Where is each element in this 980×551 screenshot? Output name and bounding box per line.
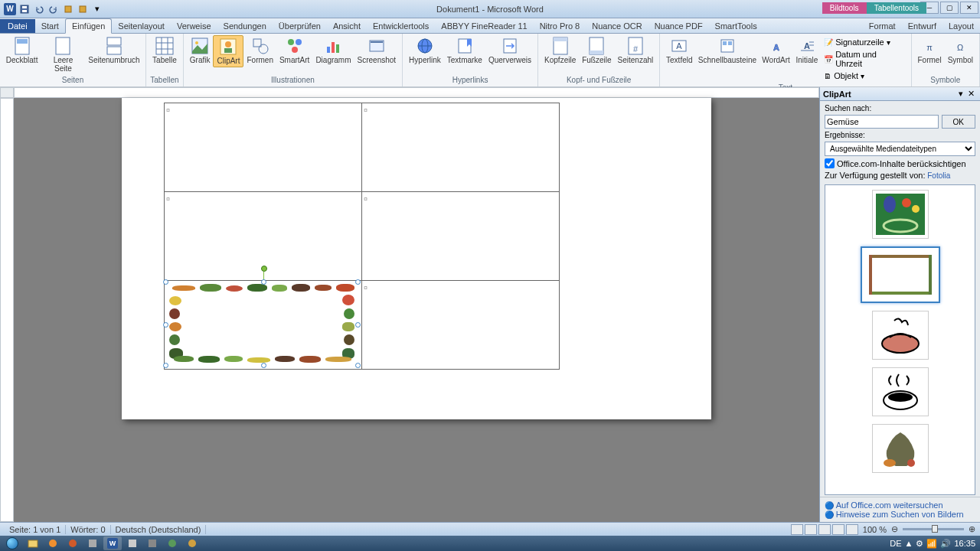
tab-sendungen[interactable]: Sendungen — [217, 19, 273, 33]
status-words[interactable]: Wörter: 0 — [66, 525, 110, 534]
pagebreak-button[interactable]: Seitenumbruch — [86, 35, 142, 66]
tab-nuance-ocr[interactable]: Nuance OCR — [586, 19, 648, 33]
horizontal-ruler[interactable] — [14, 87, 819, 98]
tab-verweise[interactable]: Verweise — [171, 19, 217, 33]
tab-smarttools[interactable]: SmartTools — [709, 19, 763, 33]
office-com-link[interactable]: 🔵 Auf Office.com weitersuchen — [825, 500, 975, 510]
screenshot-button[interactable]: Screenshot — [354, 35, 400, 66]
tab-layout[interactable]: Layout — [942, 19, 980, 33]
resize-handle[interactable] — [163, 322, 168, 328]
coverpage-button[interactable]: Deckblatt — [3, 35, 41, 66]
wordart-button[interactable]: AWordArt — [760, 35, 793, 66]
view-web-button[interactable] — [818, 524, 831, 535]
datetime-button[interactable]: 📅 Datum und Uhrzeit — [822, 49, 906, 69]
tab-abbyy[interactable]: ABBYY FineReader 11 — [435, 19, 533, 33]
task-app3-icon[interactable] — [83, 536, 102, 550]
page[interactable]: ¤¤ ¤¤ — [122, 98, 711, 419]
textbox-button[interactable]: ATextfeld — [663, 35, 695, 66]
vertical-ruler[interactable] — [0, 98, 14, 522]
clipart-result-4[interactable] — [872, 367, 929, 416]
chart-button[interactable]: Diagramm — [312, 35, 354, 66]
tab-nitro[interactable]: Nitro Pro 8 — [534, 19, 586, 33]
tab-einfuegen[interactable]: Einfügen — [65, 18, 112, 34]
tray-icon1[interactable]: ⚙ — [916, 539, 923, 549]
status-page[interactable]: Seite: 1 von 1 — [5, 525, 66, 534]
crossref-button[interactable]: Querverweis — [485, 35, 534, 66]
tab-ueberpruefen[interactable]: Überprüfen — [273, 19, 327, 33]
clipart-search-input[interactable] — [825, 115, 939, 129]
mediatype-select[interactable]: Ausgewählte Mediendateitypen — [825, 142, 975, 156]
task-app-icon[interactable] — [44, 536, 62, 550]
task-app7-icon[interactable] — [183, 536, 201, 550]
view-outline-button[interactable] — [832, 524, 844, 535]
zoom-out-button[interactable]: ⊖ — [891, 524, 898, 534]
resize-handle[interactable] — [163, 363, 168, 368]
resize-handle[interactable] — [355, 363, 361, 368]
clipart-results[interactable] — [825, 184, 975, 495]
task-explorer-icon[interactable] — [24, 536, 42, 550]
tray-flag-icon[interactable]: ▲ — [905, 539, 913, 548]
tab-entwickler[interactable]: Entwicklertools — [367, 19, 435, 33]
tray-volume-icon[interactable]: 🔊 — [940, 539, 951, 549]
smartart-button[interactable]: SmartArt — [276, 35, 312, 66]
table-button[interactable]: Tabelle — [149, 35, 180, 66]
clipart-result-1[interactable] — [872, 190, 929, 239]
hyperlink-button[interactable]: Hyperlink — [406, 35, 444, 66]
clipart-result-5[interactable] — [872, 424, 929, 473]
task-word-icon[interactable]: W — [103, 536, 122, 550]
footer-button[interactable]: Fußzeile — [579, 35, 614, 66]
resize-handle[interactable] — [355, 322, 361, 328]
zoom-slider[interactable] — [903, 528, 964, 530]
app-icon[interactable]: W — [3, 2, 17, 16]
tab-format[interactable]: Format — [863, 19, 902, 33]
dropcap-button[interactable]: AInitiale — [793, 35, 822, 66]
tab-ansicht[interactable]: Ansicht — [327, 19, 367, 33]
close-button[interactable]: ✕ — [960, 2, 978, 14]
fotolia-link[interactable]: Fotolia — [927, 171, 950, 180]
header-button[interactable]: Kopfzeile — [541, 35, 579, 66]
task-app6-icon[interactable] — [163, 536, 181, 550]
view-draft-button[interactable] — [846, 524, 858, 535]
clipart-ok-button[interactable]: OK — [942, 115, 975, 129]
picture-button[interactable]: Grafik — [187, 35, 214, 66]
resize-handle[interactable] — [261, 363, 266, 368]
clipart-button[interactable]: ClipArt — [213, 35, 243, 67]
pane-close-icon[interactable]: ✕ — [965, 89, 977, 99]
tab-start[interactable]: Start — [35, 19, 65, 33]
selected-clipart-image[interactable] — [165, 281, 359, 367]
tab-entwurf[interactable]: Entwurf — [902, 19, 942, 33]
view-fullscreen-button[interactable] — [805, 524, 817, 535]
start-button[interactable] — [2, 536, 23, 551]
tab-nuance-pdf[interactable]: Nuance PDF — [648, 19, 709, 33]
document-table[interactable]: ¤¤ ¤¤ — [164, 103, 560, 370]
task-app2-icon[interactable] — [64, 536, 82, 550]
document-area[interactable]: ¤¤ ¤¤ — [14, 87, 819, 522]
resize-handle[interactable] — [355, 279, 361, 285]
zoom-in-button[interactable]: ⊕ — [969, 524, 975, 534]
tray-time[interactable]: 16:35 — [954, 539, 975, 548]
undo-icon[interactable] — [32, 2, 46, 16]
symbol-button[interactable]: ΩSymbol — [945, 35, 976, 66]
rotate-handle-icon[interactable] — [261, 266, 267, 272]
redo-icon[interactable] — [47, 2, 60, 16]
view-printlayout-button[interactable] — [791, 524, 803, 535]
search-hints-link[interactable]: 🔵 Hinweise zum Suchen von Bildern — [825, 510, 975, 519]
shapes-button[interactable]: Formen — [243, 35, 276, 66]
bookmark-button[interactable]: Textmarke — [444, 35, 485, 66]
resize-handle[interactable] — [261, 279, 266, 285]
maximize-button[interactable]: ▢ — [940, 2, 959, 14]
clipart-result-2-selected[interactable] — [861, 246, 940, 303]
task-app4-icon[interactable] — [123, 536, 142, 550]
qa-extra2-icon[interactable] — [76, 2, 90, 16]
signature-line-button[interactable]: 📝 Signaturzeile ▾ — [822, 37, 906, 47]
save-icon[interactable] — [18, 2, 31, 16]
file-tab[interactable]: Datei — [0, 19, 35, 33]
include-office-checkbox[interactable]: Office.com-Inhalte berücksichtigen — [825, 158, 975, 168]
tray-network-icon[interactable]: 📶 — [926, 539, 937, 549]
qa-more-icon[interactable]: ▾ — [90, 2, 104, 16]
status-lang[interactable]: Deutsch (Deutschland) — [111, 525, 207, 534]
zoom-label[interactable]: 100 % — [863, 525, 887, 534]
tab-seitenlayout[interactable]: Seitenlayout — [112, 19, 171, 33]
tray-lang[interactable]: DE — [890, 539, 901, 548]
blankpage-button[interactable]: Leere Seite — [41, 35, 86, 74]
